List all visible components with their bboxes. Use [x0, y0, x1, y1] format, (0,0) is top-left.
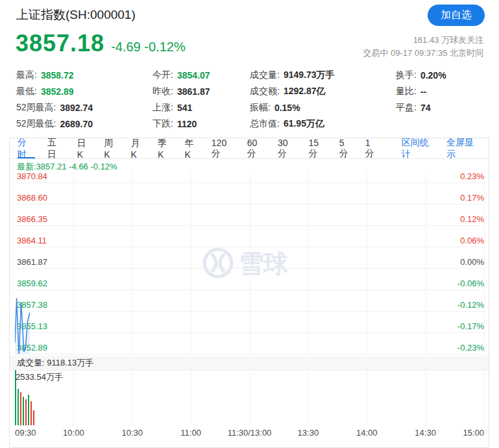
- stat-label: 昨收:: [152, 86, 173, 97]
- stat-value: 2689.70: [60, 119, 93, 129]
- tab-120分[interactable]: 120分: [212, 138, 235, 158]
- volume-bar: [30, 401, 32, 425]
- stat-3-2: 平盘:74: [396, 99, 483, 116]
- stat-2-1: 成交额:1292.87亿: [250, 83, 396, 99]
- stat-value: 3852.89: [41, 86, 74, 97]
- chart-tool-links: 区间统计全屏显示: [391, 138, 481, 158]
- volume-bar: [33, 410, 34, 425]
- price-change-value: -4.69: [111, 40, 141, 54]
- intraday-price-line: [15, 182, 484, 354]
- tab-30分[interactable]: 30分: [278, 138, 296, 158]
- time-axis-label: 13:30: [298, 428, 319, 438]
- stat-label: 平盘:: [396, 102, 417, 114]
- volume-bar: [28, 395, 29, 425]
- price-change: -4.69 -0.12%: [111, 40, 186, 55]
- tab-15分[interactable]: 15分: [308, 138, 326, 158]
- stat-label: 成交量:: [250, 69, 280, 81]
- stat-1-2: 上涨:541: [152, 99, 250, 116]
- page-title: 上证指数(SH:000001): [16, 6, 136, 23]
- stat-value: 3858.72: [41, 70, 74, 81]
- price-axis-label: 3870.84: [17, 172, 47, 181]
- time-gridline: [308, 370, 309, 425]
- stat-0-2: 52周最高:3892.74: [16, 99, 152, 116]
- time-axis-label: 15:00: [463, 428, 484, 438]
- stat-0-0: 最高:3858.72: [16, 67, 152, 83]
- time-gridline: [367, 370, 367, 425]
- time-axis-label: 10:30: [121, 428, 143, 438]
- tab-1分[interactable]: 1分: [365, 138, 379, 158]
- stat-label: 振幅:: [250, 102, 271, 114]
- time-gridline: [191, 370, 191, 425]
- stat-label: 量比:: [396, 86, 417, 97]
- volume-bar: [23, 397, 24, 425]
- stat-label: 上涨:: [152, 102, 173, 114]
- stat-label: 最低:: [16, 86, 37, 97]
- stat-2-2: 振幅:0.15%: [250, 99, 396, 116]
- stat-value: 3854.07: [177, 70, 210, 81]
- stat-value: 0.15%: [274, 103, 300, 113]
- stat-value: --: [420, 86, 426, 97]
- stat-0-3: 52周最低:2689.70: [16, 116, 152, 132]
- volume-bar: [18, 389, 19, 425]
- link-区间统计[interactable]: 区间统计: [402, 137, 436, 160]
- tab-分时[interactable]: 分时: [18, 138, 35, 158]
- stat-label: 总市值:: [250, 118, 280, 130]
- chart-widget: 分时五日日K周K月K季K年K120分60分30分15分5分1分区间统计全屏显示 …: [9, 138, 489, 448]
- volume-bar: [20, 392, 21, 425]
- stat-1-1: 昨收:3861.87: [152, 83, 250, 99]
- volume-label: 成交量: 9118.13万手: [17, 357, 93, 369]
- time-gridline: [73, 370, 74, 425]
- stock-quote-page: 上证指数(SH:000001) 加自选 3857.18 -4.69 -0.12%…: [0, 0, 499, 448]
- time-axis-label: 11:30/13:00: [228, 428, 272, 438]
- stat-value: 74: [420, 103, 431, 113]
- time-axis-label: 14:30: [415, 428, 436, 438]
- tab-周K[interactable]: 周K: [104, 138, 118, 158]
- link-全屏显示[interactable]: 全屏显示: [446, 137, 481, 160]
- stat-3-0: 换手:0.20%: [396, 67, 483, 83]
- stat-label: 52周最低:: [16, 118, 56, 130]
- price-change-percent: -0.12%: [144, 40, 185, 54]
- tab-年K[interactable]: 年K: [184, 138, 199, 158]
- stat-label: 52周最高:: [16, 102, 56, 114]
- price-gridline: [15, 354, 484, 355]
- time-gridline: [484, 370, 485, 425]
- current-price: 3857.18: [16, 30, 104, 57]
- tab-五日[interactable]: 五日: [47, 138, 65, 158]
- tab-5分[interactable]: 5分: [339, 138, 353, 158]
- stat-value: 3892.74: [60, 103, 93, 113]
- stat-label: 下跌:: [152, 118, 173, 130]
- stat-value: 1120: [177, 119, 197, 129]
- time-axis-label: 10:00: [63, 428, 84, 438]
- volume-max-label: 2533.54万手: [16, 371, 63, 383]
- stat-value: 9149.73万手: [284, 69, 335, 81]
- tab-日K[interactable]: 日K: [77, 138, 91, 158]
- stat-2-3: 总市值:61.95万亿: [250, 116, 396, 132]
- trading-status: 交易中 09-17 09:37:35 北京时间: [363, 47, 483, 60]
- stat-value: 541: [177, 103, 192, 113]
- stat-value: 3861.87: [177, 86, 210, 97]
- stat-value: 1292.87亿: [284, 86, 326, 97]
- time-axis-label: 09:30: [15, 428, 36, 438]
- stat-label: 最高:: [16, 69, 37, 81]
- add-watchlist-button[interactable]: 加自选: [428, 5, 485, 26]
- stat-label: 今开:: [152, 69, 173, 81]
- chart-tabbar: 分时五日日K周K月K季K年K120分60分30分15分5分1分区间统计全屏显示: [10, 138, 489, 159]
- chart-canvas[interactable]: 最新:3857.21 -4.66 -0.12% 雪球 成交量: 9118.13万…: [10, 159, 489, 447]
- stat-value: 61.95万亿: [284, 118, 324, 130]
- stat-2-0: 成交量:9149.73万手: [250, 67, 396, 83]
- tab-季K[interactable]: 季K: [158, 138, 172, 158]
- tab-60分[interactable]: 60分: [247, 138, 265, 158]
- stat-label: 换手:: [396, 69, 417, 81]
- volume-bar: [25, 399, 27, 425]
- stat-value: 0.20%: [420, 70, 446, 81]
- time-gridline: [426, 370, 426, 425]
- percent-axis-label: 0.23%: [445, 172, 484, 181]
- time-gridline: [484, 172, 485, 354]
- stat-1-3: 下跌:1120: [152, 116, 250, 132]
- stat-empty: [396, 116, 483, 132]
- time-gridline: [250, 370, 250, 425]
- stat-label: 成交额:: [250, 86, 280, 97]
- stats-grid: 最高:3858.72最低:3852.8952周最高:3892.7452周最低:2…: [16, 67, 490, 132]
- tab-月K[interactable]: 月K: [131, 138, 145, 158]
- time-axis-label: 11:00: [180, 428, 201, 438]
